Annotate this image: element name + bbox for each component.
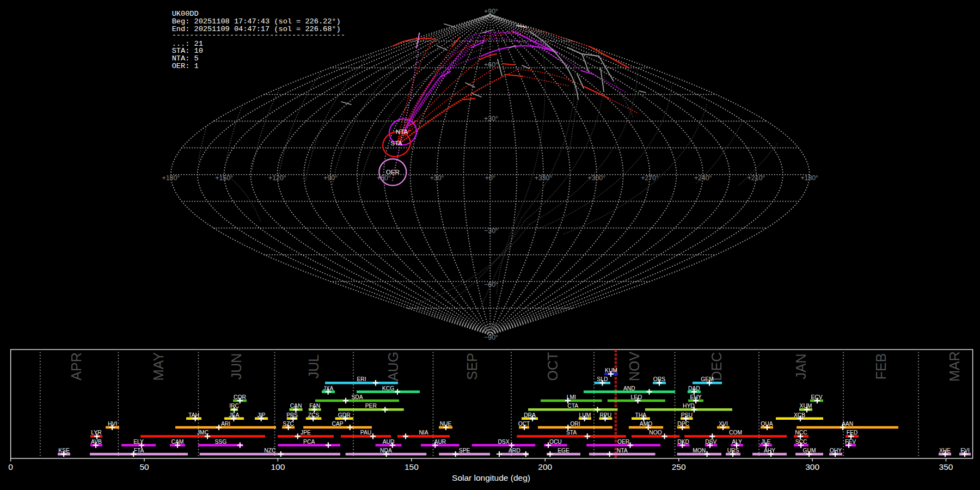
svg-text:+180°: +180° [800, 174, 818, 182]
svg-text:AMO: AMO [640, 421, 652, 427]
svg-text:LEO: LEO [631, 394, 642, 400]
svg-text:HYD: HYD [683, 403, 695, 409]
svg-text:ERI: ERI [357, 376, 366, 382]
svg-text:Solar longitude (deg): Solar longitude (deg) [452, 473, 530, 482]
svg-text:OER: 1: OER: 1 [172, 62, 199, 70]
svg-text:JAN: JAN [793, 353, 808, 379]
svg-text:AUR: AUR [434, 439, 446, 445]
svg-text:CTA: CTA [567, 403, 578, 409]
svg-text:GDR: GDR [338, 412, 351, 418]
svg-text:+120°: +120° [268, 174, 286, 182]
svg-text:+60°: +60° [377, 174, 391, 182]
svg-text:OER: OER [617, 439, 629, 445]
svg-text:FTA: FTA [134, 448, 144, 454]
svg-text:NOO: NOO [649, 430, 661, 436]
svg-text:JUN: JUN [229, 353, 244, 380]
svg-text:STA: STA [566, 430, 577, 436]
svg-text:DPC: DPC [677, 421, 689, 427]
svg-text:PCA: PCA [303, 439, 315, 445]
svg-text:FED: FED [847, 430, 858, 436]
svg-text:ELY: ELY [133, 439, 144, 445]
svg-text:SDA: SDA [351, 394, 363, 400]
svg-text:DRA: DRA [524, 412, 536, 418]
svg-text:------------------------------: --------------------------------------- [172, 31, 345, 39]
svg-text:JPE: JPE [301, 430, 311, 436]
svg-text:ORI: ORI [570, 421, 580, 427]
svg-text:NCC: NCC [795, 430, 807, 436]
svg-text:XCB: XCB [794, 412, 805, 418]
svg-text:+0°: +0° [485, 174, 495, 182]
svg-text:ARI: ARI [221, 421, 230, 427]
svg-text:100: 100 [271, 462, 285, 471]
svg-text:FEB: FEB [873, 353, 889, 380]
svg-text:PSU: PSU [681, 412, 693, 418]
svg-text:+30°: +30° [484, 115, 498, 122]
svg-text:+180°: +180° [162, 174, 180, 182]
svg-text:150: 150 [405, 462, 419, 471]
svg-text:STA: STA [390, 139, 402, 146]
svg-text:PAU: PAU [360, 430, 371, 436]
svg-text:MAR: MAR [947, 351, 962, 382]
svg-text:DKD: DKD [677, 439, 689, 445]
svg-text:NZC: NZC [264, 448, 276, 454]
svg-text:AUG: AUG [385, 352, 401, 381]
svg-text:+270°: +270° [641, 174, 659, 182]
svg-text:DSX: DSX [498, 439, 509, 445]
svg-text:NTA: NTA [617, 448, 628, 454]
svg-text:CAP: CAP [332, 421, 343, 427]
svg-text:+240°: +240° [694, 174, 712, 182]
svg-text:JUL: JUL [306, 354, 321, 379]
svg-text:+90°: +90° [484, 8, 498, 15]
svg-text:+300°: +300° [587, 174, 605, 182]
svg-text:XUM: XUM [800, 403, 812, 409]
svg-text:EGE: EGE [558, 448, 569, 454]
svg-text:350: 350 [939, 462, 953, 471]
svg-text:TAH: TAH [188, 412, 199, 418]
svg-text:−60°: −60° [484, 281, 498, 289]
svg-text:MON: MON [693, 448, 706, 454]
svg-text:−90°: −90° [484, 334, 498, 341]
svg-text:NOV: NOV [627, 352, 642, 382]
svg-text:OCT: OCT [545, 352, 560, 381]
svg-text:SSG: SSG [215, 439, 226, 445]
svg-text:AND: AND [623, 385, 635, 391]
svg-text:−30°: −30° [484, 227, 498, 235]
svg-text:NIA: NIA [419, 430, 428, 436]
svg-text:SEP: SEP [464, 353, 480, 380]
svg-text:+90°: +90° [323, 174, 338, 182]
svg-text:+150°: +150° [215, 174, 233, 182]
svg-text:GEM: GEM [701, 376, 713, 382]
svg-text:PER: PER [365, 403, 377, 409]
svg-text:THA: THA [635, 412, 647, 418]
svg-text:AAN: AAN [842, 421, 853, 427]
svg-text:+30°: +30° [430, 174, 444, 182]
svg-text:DSV: DSV [705, 439, 716, 445]
svg-text:+210°: +210° [748, 174, 765, 182]
svg-text:APR: APR [69, 352, 84, 380]
svg-text:200: 200 [538, 462, 552, 471]
svg-text:AHY: AHY [764, 448, 775, 454]
svg-text:FEV: FEV [845, 439, 856, 445]
svg-text:ARD: ARD [509, 448, 520, 454]
svg-text:OCU: OCU [549, 439, 562, 445]
svg-text:NTA: NTA [396, 128, 408, 135]
svg-text:PPS: PPS [286, 412, 298, 418]
svg-text:MAY: MAY [151, 352, 166, 381]
svg-text:COM: COM [729, 430, 742, 436]
svg-text:+330°: +330° [535, 174, 553, 182]
svg-text:0: 0 [8, 462, 13, 471]
svg-text:300: 300 [805, 462, 819, 471]
svg-text:KCG: KCG [382, 385, 394, 391]
svg-text:250: 250 [672, 462, 686, 471]
svg-text:50: 50 [139, 462, 149, 471]
svg-text:SPE: SPE [459, 448, 470, 454]
svg-text:+60°: +60° [484, 61, 498, 69]
